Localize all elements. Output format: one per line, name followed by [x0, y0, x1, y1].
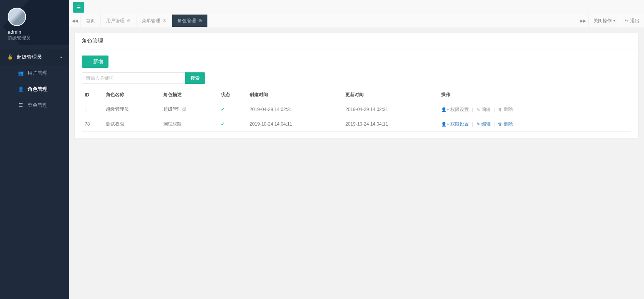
nav-section: 🔓 超级管理员 ▾ 👥 用户管理 👤 角色管理 ☰ 菜单管理	[0, 49, 69, 113]
check-icon: ✓	[221, 121, 225, 127]
user-plus-icon: 👤+	[441, 122, 449, 127]
tabbar: ◀◀ 首页 用户管理 ⊗ 菜单管理 ⊗ 角色管理 ⊗ ▶▶ 关闭操作	[69, 15, 644, 27]
edit-link[interactable]: ✎编辑	[476, 121, 491, 127]
toggle-sidebar-button[interactable]: ☰	[73, 2, 84, 13]
tab-user-mgmt[interactable]: 用户管理 ⊗	[101, 15, 136, 27]
search-row: 搜索	[82, 72, 631, 84]
table-body: 1超级管理员超级管理员✓2019-04-29 14:02:312019-04-2…	[82, 102, 631, 132]
chevron-down-icon: ▾	[60, 55, 62, 59]
close-icon[interactable]: ⊗	[127, 18, 131, 23]
tab-role-mgmt[interactable]: 角色管理 ⊗	[172, 15, 208, 27]
perm-link: 👤+权限设置	[441, 106, 469, 113]
table-header: ID 角色名称 角色描述 状态 创建时间 更新时间 操作	[82, 88, 631, 102]
sidebar-item-user-mgmt[interactable]: 👥 用户管理	[7, 65, 69, 81]
sidebar-item-role-mgmt[interactable]: 👤 角色管理	[7, 81, 69, 97]
cell-id: 1	[82, 102, 103, 117]
cell-desc: 测试权限	[160, 117, 218, 132]
cell-id: 78	[82, 117, 103, 132]
edit-link: ✎编辑	[476, 106, 491, 113]
separator: |	[494, 107, 495, 112]
user-name: admin	[8, 29, 61, 35]
unlock-icon: 🔓	[7, 54, 13, 60]
cell-ops: 👤+权限设置|✎编辑|🗑删除	[438, 102, 631, 117]
user-icon: 👤	[18, 87, 24, 92]
separator: |	[472, 121, 473, 127]
cell-ops: 👤+权限设置|✎编辑|🗑删除	[438, 117, 631, 132]
separator: |	[472, 107, 473, 112]
tabs-scroll-left-button[interactable]: ◀◀	[69, 15, 80, 27]
col-desc: 角色描述	[160, 88, 218, 102]
cell-status: ✓	[218, 102, 246, 117]
table-row: 1超级管理员超级管理员✓2019-04-29 14:02:312019-04-2…	[82, 102, 631, 117]
tab-label: 角色管理	[177, 18, 196, 24]
cell-created: 2019-04-29 14:02:31	[246, 102, 342, 117]
panel-title: 角色管理	[75, 33, 638, 49]
sidebar-header: admin 超级管理员	[0, 0, 69, 45]
table-header-row: ID 角色名称 角色描述 状态 创建时间 更新时间 操作	[82, 88, 631, 102]
add-button[interactable]: ＋ 新增	[82, 56, 108, 68]
sidebar-item-label: 用户管理	[28, 70, 48, 77]
logout-label: 退出	[630, 18, 639, 24]
panel: 角色管理 ＋ 新增 搜索 ID 角色名称 角色描述	[75, 33, 638, 138]
tabs-scroll-right-button[interactable]: ▶▶	[577, 15, 588, 27]
cell-desc: 超级管理员	[160, 102, 218, 117]
close-ops-dropdown[interactable]: 关闭操作 ▾	[588, 15, 620, 27]
sidebar-item-label: 菜单管理	[28, 102, 48, 109]
tab-actions: 关闭操作 ▾ ↪ 退出	[588, 15, 644, 27]
trash-icon: 🗑	[498, 107, 502, 112]
double-chevron-left-icon: ◀◀	[72, 18, 78, 23]
sidebar-item-menu-mgmt[interactable]: ☰ 菜单管理	[7, 97, 69, 113]
nav-top-superadmin[interactable]: 🔓 超级管理员 ▾	[0, 49, 69, 65]
sidebar: admin 超级管理员 🔓 超级管理员 ▾ 👥 用户管理 👤 角色管理 ☰ 菜单…	[0, 0, 69, 299]
nav-top-label: 超级管理员	[17, 54, 42, 60]
plus-icon: ＋	[87, 59, 91, 65]
cell-name: 测试权限	[103, 117, 160, 132]
close-icon[interactable]: ⊗	[163, 18, 166, 23]
edit-icon: ✎	[476, 122, 480, 127]
hamburger-icon: ☰	[76, 5, 81, 10]
cell-created: 2019-10-24 14:04:11	[246, 117, 342, 132]
topbar: ☰	[69, 0, 644, 15]
tab-home[interactable]: 首页	[80, 15, 101, 27]
list-icon: ☰	[18, 103, 24, 108]
cell-status: ✓	[218, 117, 246, 132]
delete-link: 🗑删除	[498, 106, 513, 113]
logout-button[interactable]: ↪ 退出	[620, 15, 644, 27]
roles-table: ID 角色名称 角色描述 状态 创建时间 更新时间 操作 1超级管理员超级管理员…	[82, 88, 631, 132]
users-icon: 👥	[18, 70, 24, 76]
user-plus-icon: 👤+	[441, 107, 449, 112]
close-icon[interactable]: ⊗	[198, 18, 202, 23]
tabs-container: 首页 用户管理 ⊗ 菜单管理 ⊗ 角色管理 ⊗	[80, 15, 577, 27]
col-id: ID	[82, 88, 103, 102]
sidebar-item-label: 角色管理	[28, 86, 48, 93]
edit-icon: ✎	[476, 107, 480, 112]
table-row: 78测试权限测试权限✓2019-10-24 14:04:112019-10-24…	[82, 117, 631, 132]
tab-label: 首页	[86, 18, 95, 24]
col-created: 创建时间	[246, 88, 342, 102]
col-status: 状态	[218, 88, 246, 102]
user-info: admin 超级管理员	[8, 29, 61, 41]
double-chevron-right-icon: ▶▶	[580, 18, 586, 23]
nav-sub: 👥 用户管理 👤 角色管理 ☰ 菜单管理	[0, 65, 69, 113]
cell-name: 超级管理员	[103, 102, 160, 117]
search-input[interactable]	[82, 72, 185, 84]
cell-updated: 2019-04-29 14:02:31	[342, 102, 438, 117]
tab-menu-mgmt[interactable]: 菜单管理 ⊗	[136, 15, 172, 27]
perm-link[interactable]: 👤+权限设置	[441, 121, 469, 127]
caret-down-icon: ▾	[613, 19, 615, 23]
add-button-label: 新增	[93, 58, 103, 65]
col-updated: 更新时间	[342, 88, 438, 102]
user-role-label: 超级管理员	[8, 35, 61, 41]
col-name: 角色名称	[103, 88, 160, 102]
close-ops-label: 关闭操作	[593, 18, 612, 24]
tab-label: 用户管理	[106, 18, 125, 24]
tab-label: 菜单管理	[142, 18, 160, 24]
main: ☰ ◀◀ 首页 用户管理 ⊗ 菜单管理 ⊗ 角色管理 ⊗ ▶▶	[69, 0, 644, 299]
cell-updated: 2019-10-24 14:04:11	[342, 117, 438, 132]
panel-body: ＋ 新增 搜索 ID 角色名称 角色描述 状态 创建时间	[75, 49, 638, 138]
avatar[interactable]	[8, 8, 26, 26]
separator: |	[494, 121, 495, 127]
search-button[interactable]: 搜索	[185, 72, 205, 84]
delete-link[interactable]: 🗑删除	[498, 121, 513, 127]
trash-icon: 🗑	[498, 122, 502, 126]
